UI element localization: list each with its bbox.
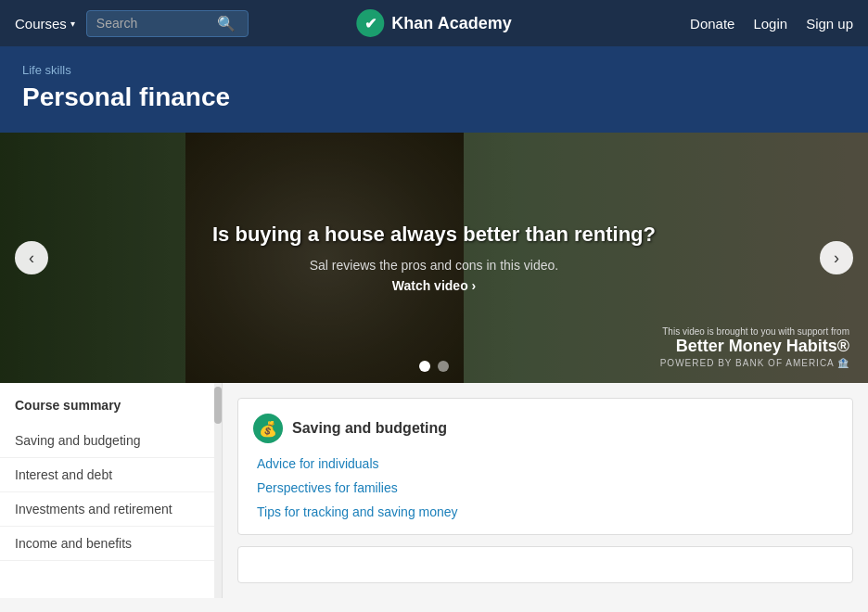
sidebar-item-saving[interactable]: Saving and budgeting [0,424,222,458]
courses-label: Courses [15,16,67,32]
banner-sponsor: This video is brought to you with suppor… [660,326,849,368]
topic-header: 💰 Saving and budgeting [253,414,837,443]
sidebar-item-interest[interactable]: Interest and debt [0,458,222,492]
nav-right: Donate Login Sign up [690,16,853,32]
sidebar-item-investments[interactable]: Investments and retirement [0,492,222,527]
logo-icon: ✔ [356,9,384,37]
topic-title: Saving and budgeting [292,420,447,437]
banner-subtitle: Sal reviews the pros and cons in this vi… [310,258,558,273]
search-input[interactable] [96,16,217,31]
banner-title: Is buying a house always better than ren… [212,223,656,247]
watch-video-link[interactable]: Watch video › [392,278,477,293]
logo-text: Khan Academy [391,14,511,33]
sidebar-scrollbar[interactable] [214,383,222,598]
topic-icon: 💰 [253,414,283,443]
search-bar[interactable]: 🔍 [86,10,249,37]
topic-link-3[interactable]: Tips for tracking and saving money [257,504,837,519]
partial-card [237,546,853,583]
carousel-prev-button[interactable]: ‹ [15,241,48,274]
page-title: Personal finance [22,83,846,112]
topic-link-2[interactable]: Perspectives for families [257,480,837,495]
carousel-dot-2[interactable] [438,361,449,372]
carousel-dot-1[interactable] [419,361,430,372]
topic-link-1[interactable]: Advice for individuals [257,456,837,471]
content-panel: 💰 Saving and budgeting Advice for indivi… [223,383,868,598]
carousel-next-button[interactable]: › [820,241,853,274]
site-logo: ✔ Khan Academy [356,9,511,37]
course-header: Life skills Personal finance [0,46,868,133]
sponsor-intro: This video is brought to you with suppor… [660,326,849,337]
signup-link[interactable]: Sign up [806,16,853,32]
breadcrumb: Life skills [22,63,846,77]
sponsor-powered: Powered by BANK OF AMERICA 🏦 [660,358,849,368]
sidebar: Course summary Saving and budgeting Inte… [0,383,223,598]
login-link[interactable]: Login [753,16,787,32]
sponsor-name: Better Money Habits® [660,337,849,356]
courses-dropdown[interactable]: Courses ▾ [15,16,75,32]
banner-carousel: Is buying a house always better than ren… [0,133,868,383]
topic-links: Advice for individuals Perspectives for … [253,456,837,519]
donate-link[interactable]: Donate [690,16,734,32]
topic-card-saving: 💰 Saving and budgeting Advice for indivi… [237,398,853,535]
search-icon: 🔍 [217,15,236,32]
main-content: Course summary Saving and budgeting Inte… [0,383,868,598]
navbar: Courses ▾ 🔍 ✔ Khan Academy Donate Login … [0,0,868,46]
sidebar-item-income[interactable]: Income and benefits [0,527,222,561]
carousel-dots [419,361,449,372]
sidebar-scrollbar-thumb[interactable] [214,387,222,424]
chevron-down-icon: ▾ [70,19,75,29]
course-summary-title: Course summary [0,398,222,424]
